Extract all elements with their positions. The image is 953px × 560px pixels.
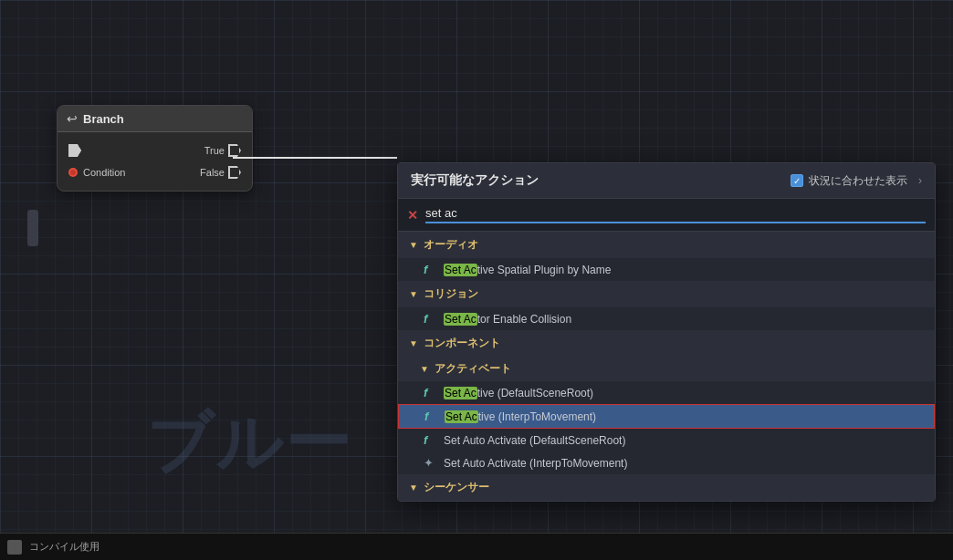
- false-pin-label: False: [200, 167, 225, 178]
- highlight-1: Set Ac: [444, 264, 477, 276]
- action-label-set-active-spatial: Set Active Spatial Plugin by Name: [444, 264, 611, 276]
- action-item-set-active-default[interactable]: f Set Active (DefaultSceneRoot): [398, 381, 935, 404]
- action-label-set-actor-enable: Set Actor Enable Collision: [444, 313, 571, 326]
- false-pin[interactable]: [228, 166, 241, 179]
- action-item-set-active-interp[interactable]: f Set Active (InterpToMovement): [398, 404, 935, 429]
- true-pin[interactable]: [228, 144, 241, 157]
- action-panel: 実行可能なアクション ✓ 状況に合わせた表示 › ✕ ▼ オーディオ f Set…: [397, 162, 936, 502]
- branch-node-body: True Condition False: [58, 132, 252, 191]
- action-label-set-active-interp: Set Active (InterpToMovement): [445, 410, 596, 423]
- func-icon-5: f: [424, 433, 436, 447]
- bottom-bar-icon: [7, 540, 22, 555]
- exec-in-pin[interactable]: [68, 144, 81, 157]
- highlight-3: Set Ac: [444, 387, 477, 399]
- search-clear-button[interactable]: ✕: [407, 208, 418, 223]
- subcategory-activate-label: アクティベート: [435, 361, 511, 377]
- action-panel-header: 実行可能なアクション ✓ 状況に合わせた表示 ›: [398, 163, 935, 199]
- action-label-set-auto-default: Set Auto Activate (DefaultSceneRoot): [444, 434, 625, 447]
- branch-icon: ↩: [67, 111, 78, 126]
- context-checkbox[interactable]: ✓: [791, 174, 803, 187]
- branch-node-title: Branch: [83, 112, 124, 126]
- category-collision: ▼ コリジョン: [398, 281, 935, 307]
- true-output-row: True: [204, 144, 241, 157]
- highlight-2: Set Ac: [444, 313, 477, 326]
- action-list[interactable]: ▼ オーディオ f Set Active Spatial Plugin by N…: [398, 232, 935, 501]
- false-output-row: False: [200, 166, 241, 179]
- action-panel-title: 実行可能なアクション: [411, 172, 539, 189]
- category-component-label: コンポーネント: [424, 336, 500, 351]
- action-item-set-actor-enable[interactable]: f Set Actor Enable Collision: [398, 307, 935, 330]
- category-component: ▼ コンポーネント: [398, 330, 935, 357]
- true-pin-label: True: [204, 145, 225, 156]
- branch-node: ↩ Branch True Condition False: [57, 105, 253, 192]
- category-arrow-sequencer: ▼: [409, 482, 418, 493]
- action-item-set-auto-interp[interactable]: ✦ Set Auto Activate (InterpToMovement): [398, 451, 935, 474]
- bottom-bar: コンパイル使用: [0, 533, 953, 560]
- category-audio: ▼ オーディオ: [398, 232, 935, 258]
- condition-pin[interactable]: [68, 168, 78, 177]
- branch-node-header: ↩ Branch: [58, 106, 252, 132]
- left-scroll-handle[interactable]: [27, 210, 38, 246]
- bottom-bar-text: コンパイル使用: [29, 540, 99, 554]
- category-sequencer-label: シーケンサー: [424, 480, 489, 495]
- highlight-4: Set Ac: [445, 410, 478, 423]
- func-icon-3: f: [424, 386, 436, 399]
- condition-label: Condition: [83, 167, 125, 178]
- category-arrow-audio: ▼: [409, 240, 418, 250]
- action-item-set-auto-default[interactable]: f Set Auto Activate (DefaultSceneRoot): [398, 429, 935, 451]
- connection-line: [233, 157, 397, 159]
- chevron-right-icon: ›: [918, 174, 922, 187]
- context-checkbox-row[interactable]: ✓ 状況に合わせた表示 ›: [791, 173, 922, 189]
- func-icon-2: f: [424, 312, 436, 326]
- category-audio-label: オーディオ: [424, 237, 478, 253]
- action-item-set-active-spatial[interactable]: f Set Active Spatial Plugin by Name: [398, 258, 935, 281]
- func-icon-4: f: [424, 410, 437, 423]
- search-input[interactable]: [425, 206, 926, 223]
- exec-input-row: True: [58, 140, 252, 161]
- category-sequencer: ▼ シーケンサー: [398, 474, 935, 501]
- star-icon-1: ✦: [424, 456, 436, 470]
- condition-row: Condition False: [58, 161, 252, 183]
- action-label-set-auto-interp: Set Auto Activate (InterpToMovement): [444, 457, 627, 470]
- subcategory-activate: ▼ アクティベート: [398, 357, 935, 381]
- action-label-set-active-default: Set Active (DefaultSceneRoot): [444, 387, 593, 399]
- context-checkbox-label: 状況に合わせた表示: [809, 173, 907, 189]
- category-arrow-collision: ▼: [409, 289, 418, 299]
- category-collision-label: コリジョン: [424, 286, 478, 302]
- search-bar: ✕: [398, 199, 935, 232]
- subcategory-arrow-activate: ▼: [420, 364, 429, 374]
- category-arrow-component: ▼: [409, 338, 418, 348]
- func-icon-1: f: [424, 263, 436, 276]
